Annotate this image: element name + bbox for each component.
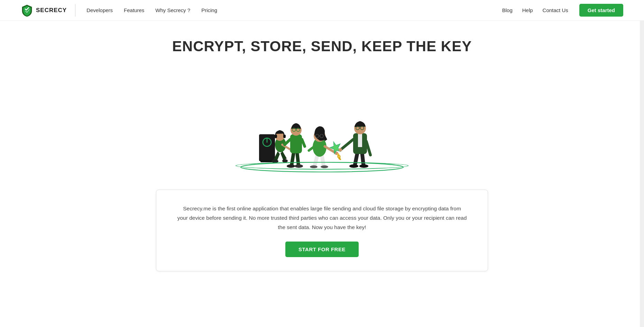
nav-link-pricing[interactable]: Pricing (201, 7, 217, 13)
get-started-button[interactable]: Get started (579, 4, 623, 17)
hero-title: ENCRYPT, STORE, SEND, KEEP THE KEY (172, 38, 472, 55)
characters-svg (236, 65, 408, 176)
svg-point-43 (339, 148, 342, 152)
svg-rect-7 (275, 135, 277, 138)
ground-ellipse (236, 162, 408, 170)
nav-link-blog[interactable]: Blog (502, 7, 513, 13)
nav-left-links: Developers Features Why Secrecy ? Pricin… (86, 7, 217, 13)
svg-rect-38 (358, 133, 362, 147)
start-free-button[interactable]: START FOR FREE (285, 242, 359, 257)
navbar-left: SECRECY Developers Features Why Secrecy … (21, 4, 217, 17)
svg-rect-8 (283, 135, 286, 138)
navbar-right: Blog Help Contact Us Get started (502, 4, 623, 17)
nav-link-help[interactable]: Help (522, 7, 533, 13)
nav-link-features[interactable]: Features (124, 7, 144, 13)
nav-link-why-secrecy[interactable]: Why Secrecy ? (155, 7, 190, 13)
logo-icon (21, 4, 33, 17)
svg-rect-14 (290, 134, 302, 153)
logo-link[interactable]: SECRECY (21, 4, 75, 17)
nav-link-developers[interactable]: Developers (86, 7, 113, 13)
brand-name: SECRECY (36, 7, 67, 14)
nav-link-contact-us[interactable]: Contact Us (543, 7, 568, 13)
navbar: SECRECY Developers Features Why Secrecy … (0, 0, 644, 21)
info-box: Secrecy.me is the first online applicati… (156, 190, 488, 271)
info-text: Secrecy.me is the first online applicati… (177, 204, 467, 232)
scrollbar[interactable] (640, 0, 644, 292)
nav-right-links: Blog Help Contact Us (502, 7, 568, 13)
hero-illustration (236, 65, 408, 176)
hero-section: ENCRYPT, STORE, SEND, KEEP THE KEY (0, 21, 644, 292)
